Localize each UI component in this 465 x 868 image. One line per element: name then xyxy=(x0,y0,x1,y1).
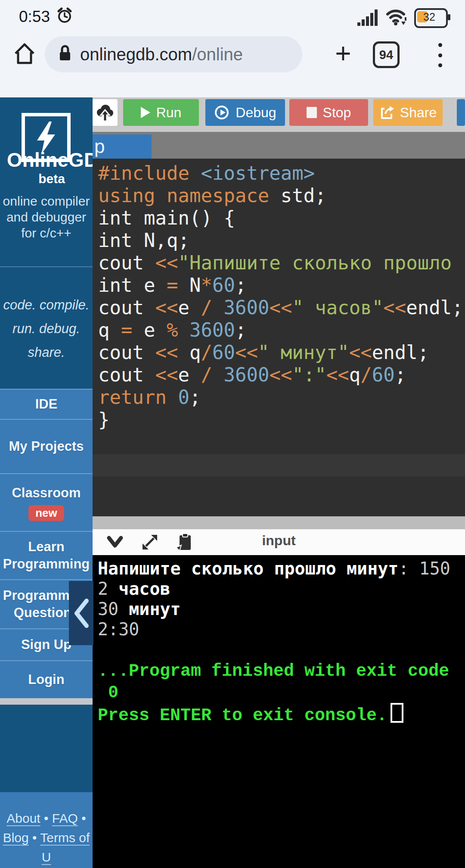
sidebar-collapse-button[interactable] xyxy=(69,581,93,645)
url-path: /online xyxy=(192,45,243,64)
editor-tab-bar: p xyxy=(93,129,465,159)
console-line: 0 xyxy=(98,681,465,703)
code-line: cout <<"Напишите сколько прошло xyxy=(98,252,465,274)
browser-menu-button[interactable] xyxy=(431,42,449,68)
status-bar: 0:53 xyxy=(0,4,465,31)
phone-screen: 0:53 xyxy=(0,0,465,868)
code-editor[interactable]: #include <iostream>using namespace std;i… xyxy=(93,159,465,516)
io-panel-header: input xyxy=(93,529,465,555)
webpage: OnlineGDB beta online compiler and debug… xyxy=(0,97,465,868)
console-line: Press ENTER to exit console. xyxy=(98,703,465,726)
motto-text: code. compile. run. debug. share. xyxy=(3,293,90,364)
code-line: } xyxy=(98,409,465,431)
tab-counter[interactable]: 94 xyxy=(373,41,400,68)
url-host: onlinegdb.com xyxy=(80,45,192,64)
code-line: q = e % 3600; xyxy=(98,319,465,341)
code-lines: #include <iostream>using namespace std;i… xyxy=(98,162,465,431)
browser-chrome: 0:53 xyxy=(0,0,465,97)
url-text: onlinegdb.com/online xyxy=(80,45,243,64)
brand-name[interactable]: OnlineGDB xyxy=(7,148,93,172)
console-line: 30 минут xyxy=(98,599,465,619)
footer-link[interactable]: About xyxy=(6,811,40,825)
main-content: Run Debug Stop xyxy=(93,97,465,868)
code-line: int main() { xyxy=(98,207,465,229)
footer-link[interactable]: Blog xyxy=(3,831,29,845)
new-tab-button[interactable]: + xyxy=(328,36,358,72)
footer-link[interactable]: FAQ xyxy=(52,811,78,825)
lock-icon xyxy=(58,44,72,65)
share-icon xyxy=(379,105,394,120)
stop-button[interactable]: Stop xyxy=(289,99,368,126)
code-line: int N,q; xyxy=(98,229,465,252)
share-button[interactable]: Share xyxy=(373,99,443,126)
sidebar-item-my-projects[interactable]: My Projects xyxy=(0,419,93,473)
brand-tagline: online compiler and debugger for c/c++ xyxy=(2,193,91,241)
console-cursor xyxy=(391,703,403,723)
console-output[interactable]: Напишите сколько прошло минут: 1502 часо… xyxy=(93,555,465,868)
stop-icon xyxy=(307,107,317,118)
run-button[interactable]: Run xyxy=(123,99,199,126)
collapse-panel-icon[interactable] xyxy=(105,534,124,552)
battery-percent: 32 xyxy=(416,10,443,24)
sidebar-item-classroom[interactable]: Classroom new xyxy=(0,473,93,531)
new-badge: new xyxy=(28,505,64,521)
motto-block: code. compile. run. debug. share. xyxy=(0,266,93,390)
ide-toolbar: Run Debug Stop xyxy=(93,97,465,129)
paste-icon[interactable] xyxy=(175,533,192,553)
wifi-icon xyxy=(385,8,408,28)
sidebar-menu: IDE My Projects Classroom new Learn Prog… xyxy=(0,389,93,698)
code-line: using namespace std; xyxy=(98,184,465,207)
url-bar[interactable]: onlinegdb.com/online xyxy=(45,36,302,72)
code-line: cout << q/60<<" минут"<<endl; xyxy=(98,341,465,364)
beta-tag: beta xyxy=(17,172,86,186)
editor-highlight-band xyxy=(93,454,465,477)
home-button[interactable] xyxy=(12,41,37,68)
console-line: 2 часов xyxy=(98,579,465,599)
panel-divider[interactable] xyxy=(93,516,465,529)
footer-link[interactable]: Terms of U xyxy=(40,831,90,864)
chevron-left-icon xyxy=(72,597,90,629)
signal-icon xyxy=(356,8,379,28)
upload-button[interactable] xyxy=(93,99,118,126)
battery-icon: 32 xyxy=(414,8,448,28)
code-line: return 0; xyxy=(98,386,465,409)
partial-button[interactable] xyxy=(457,99,465,126)
code-line: #include <iostream> xyxy=(98,162,465,184)
browser-toolbar: onlinegdb.com/online + 94 xyxy=(0,35,465,74)
code-line: cout <<e / 3600<<" часов"<<endl; xyxy=(98,297,465,319)
sidebar-item-learn-programming[interactable]: Learn Programming xyxy=(0,531,93,579)
cloud-upload-icon xyxy=(96,103,115,122)
alarm-icon xyxy=(56,7,73,26)
sidebar-footer-links: About • FAQ • Blog • Terms of U xyxy=(0,792,93,868)
console-line: Напишите сколько прошло минут: 150 xyxy=(98,559,465,579)
console-line: ...Program finished with exit code xyxy=(98,660,465,681)
status-time: 0:53 xyxy=(19,8,50,26)
play-icon xyxy=(141,107,150,118)
sidebar-item-ide[interactable]: IDE xyxy=(0,389,93,419)
console-line xyxy=(98,640,465,660)
sidebar: OnlineGDB beta online compiler and debug… xyxy=(0,97,93,868)
sidebar-divider xyxy=(0,698,93,705)
code-line: int e = N*60; xyxy=(98,274,465,297)
brand-block: OnlineGDB beta online compiler and debug… xyxy=(0,97,93,266)
expand-panel-icon[interactable] xyxy=(141,533,159,553)
sidebar-spacer xyxy=(0,705,93,792)
debug-play-icon xyxy=(214,105,229,120)
debug-button[interactable]: Debug xyxy=(205,99,285,126)
console-line: 2:30 xyxy=(98,619,465,640)
tab-active-file[interactable]: p xyxy=(93,134,152,161)
code-line: cout <<e / 3600<<":"<<q/60; xyxy=(98,364,465,386)
sidebar-item-login[interactable]: Login xyxy=(0,660,93,698)
